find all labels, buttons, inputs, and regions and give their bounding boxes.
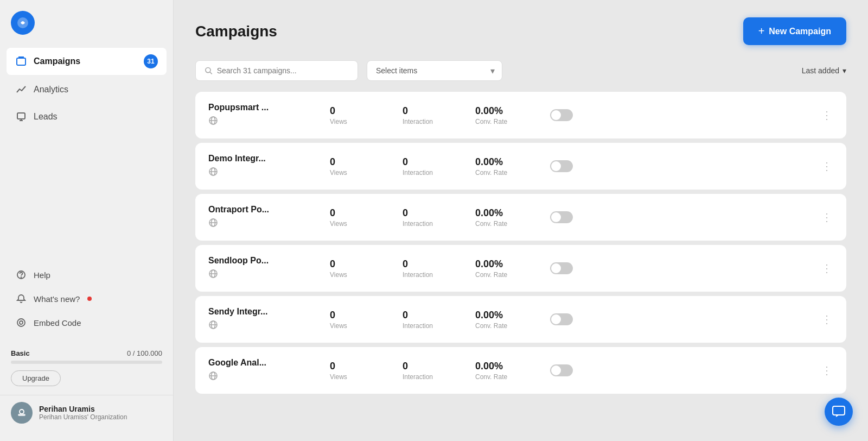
campaign-toggle[interactable] — [548, 160, 575, 172]
bell-icon — [15, 293, 27, 305]
views-value: 0 — [330, 361, 390, 372]
user-name: Perihan Uramis — [39, 405, 127, 413]
campaign-conv-rate: 0.00% Conv. Rate — [475, 156, 535, 177]
globe-icon — [208, 220, 218, 229]
views-label: Views — [330, 118, 390, 125]
search-box[interactable] — [195, 60, 358, 81]
campaign-card: Sendy Integr... 0 Views 0 Interaction 0 — [195, 296, 846, 343]
campaign-toggle[interactable] — [548, 109, 575, 121]
sidebar-item-analytics[interactable]: Analytics — [7, 77, 167, 102]
interaction-value: 0 — [403, 156, 462, 168]
toggle-switch[interactable] — [550, 109, 573, 121]
analytics-label: Analytics — [34, 85, 68, 94]
globe-icon — [208, 271, 218, 280]
conv-rate-label: Conv. Rate — [475, 373, 535, 381]
interaction-value: 0 — [403, 361, 462, 372]
campaign-name: Ontraport Po... — [208, 205, 317, 215]
analytics-icon — [15, 84, 27, 96]
chat-icon — [832, 405, 846, 419]
sidebar-item-whats-new[interactable]: What's new? — [7, 287, 167, 310]
sidebar-item-campaigns[interactable]: Campaigns 31 — [7, 48, 167, 75]
conv-rate-value: 0.00% — [475, 259, 535, 270]
sidebar-bottom-nav: Help What's new? Embed Code — [0, 263, 173, 344]
whats-new-label: What's new? — [34, 294, 80, 304]
globe-icon — [208, 322, 218, 331]
campaign-card: Demo Integr... 0 Views 0 Interaction 0. — [195, 143, 846, 190]
conv-rate-value: 0.00% — [475, 361, 535, 372]
views-label: Views — [330, 373, 390, 381]
globe-icon — [208, 118, 218, 127]
conv-rate-label: Conv. Rate — [475, 271, 535, 279]
campaign-menu-button[interactable]: ⋮ — [820, 211, 833, 224]
campaign-conv-rate: 0.00% Conv. Rate — [475, 105, 535, 125]
interaction-label: Interaction — [403, 169, 462, 177]
campaign-card: Ontraport Po... 0 Views 0 Interaction 0 — [195, 194, 846, 241]
toggle-switch[interactable] — [550, 262, 573, 274]
globe-icon — [208, 373, 218, 382]
interaction-value: 0 — [403, 310, 462, 321]
campaign-card: Google Anal... 0 Views 0 Interaction 0. — [195, 347, 846, 394]
campaign-views: 0 Views — [330, 105, 390, 125]
campaign-toggle[interactable] — [548, 262, 575, 274]
toggle-switch[interactable] — [550, 364, 573, 376]
svg-rect-29 — [833, 406, 845, 415]
toggle-switch[interactable] — [550, 313, 573, 325]
globe-icon — [208, 169, 218, 178]
campaign-interaction: 0 Interaction — [403, 361, 462, 381]
new-campaign-label: New Campaign — [769, 27, 831, 36]
campaign-toggle[interactable] — [548, 313, 575, 325]
campaign-info: Demo Integr... — [208, 154, 317, 179]
interaction-label: Interaction — [403, 373, 462, 381]
campaign-menu-button[interactable]: ⋮ — [820, 160, 833, 173]
conv-rate-value: 0.00% — [475, 156, 535, 168]
new-campaign-button[interactable]: + New Campaign — [743, 17, 846, 45]
conv-rate-label: Conv. Rate — [475, 322, 535, 330]
notification-dot — [87, 297, 92, 301]
conv-rate-label: Conv. Rate — [475, 169, 535, 177]
toolbar: Select items Active Inactive ▾ Last adde… — [195, 60, 846, 81]
campaign-name: Sendloop Po... — [208, 256, 317, 266]
upgrade-button[interactable]: Upgrade — [11, 370, 61, 386]
interaction-value: 0 — [403, 259, 462, 270]
campaign-toggle[interactable] — [548, 211, 575, 223]
chat-button[interactable] — [825, 398, 853, 426]
campaigns-badge: 31 — [144, 54, 158, 68]
campaign-menu-button[interactable]: ⋮ — [820, 262, 833, 275]
campaign-card: Sendloop Po... 0 Views 0 Interaction 0. — [195, 245, 846, 292]
campaign-conv-rate: 0.00% Conv. Rate — [475, 361, 535, 381]
help-icon — [15, 269, 27, 281]
campaign-name: Sendy Integr... — [208, 307, 317, 317]
campaign-menu-button[interactable]: ⋮ — [820, 109, 833, 122]
leads-icon — [15, 111, 27, 123]
svg-point-6 — [20, 321, 23, 324]
views-label: Views — [330, 169, 390, 177]
views-value: 0 — [330, 207, 390, 219]
help-label: Help — [34, 270, 50, 280]
plan-usage: 0 / 100.000 — [127, 349, 162, 357]
sidebar-item-help[interactable]: Help — [7, 263, 167, 286]
campaign-menu-button[interactable]: ⋮ — [820, 313, 833, 326]
leads-label: Leads — [34, 112, 58, 122]
campaign-info: Sendy Integr... — [208, 307, 317, 332]
interaction-label: Interaction — [403, 118, 462, 125]
campaign-toggle[interactable] — [548, 364, 575, 376]
campaign-menu-button[interactable]: ⋮ — [820, 364, 833, 377]
svg-point-9 — [206, 68, 210, 73]
campaign-conv-rate: 0.00% Conv. Rate — [475, 310, 535, 330]
interaction-value: 0 — [403, 207, 462, 219]
user-section: Perihan Uramis Perihan Uramiss' Organiza… — [0, 395, 173, 430]
app-logo — [11, 11, 35, 35]
campaign-info: Popupsmart ... — [208, 103, 317, 128]
campaign-conv-rate: 0.00% Conv. Rate — [475, 207, 535, 228]
sidebar-item-leads[interactable]: Leads — [7, 104, 167, 129]
sort-label: Last added — [802, 66, 839, 75]
toggle-switch[interactable] — [550, 160, 573, 172]
views-label: Views — [330, 322, 390, 330]
sort-button[interactable]: Last added ▾ — [802, 66, 846, 75]
select-items-dropdown[interactable]: Select items Active Inactive — [367, 60, 502, 81]
campaign-info: Ontraport Po... — [208, 205, 317, 230]
toggle-switch[interactable] — [550, 211, 573, 223]
search-input[interactable] — [217, 66, 349, 75]
campaign-conv-rate: 0.00% Conv. Rate — [475, 259, 535, 279]
sidebar-item-embed-code[interactable]: Embed Code — [7, 311, 167, 334]
